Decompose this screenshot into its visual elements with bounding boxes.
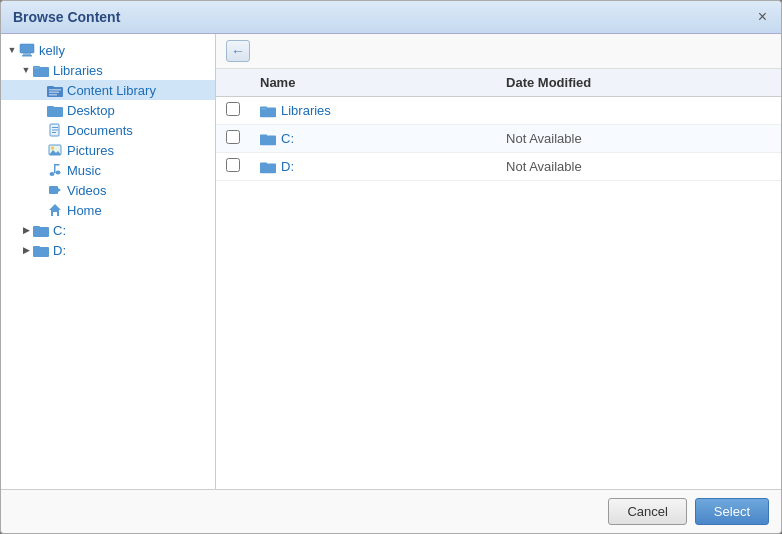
tree-item-music[interactable]: Music xyxy=(1,160,215,180)
tree-label-documents: Documents xyxy=(67,123,133,138)
tree-arrow-desktop xyxy=(33,103,47,117)
svg-rect-14 xyxy=(52,127,58,128)
tree-arrow-d xyxy=(19,243,33,257)
tree-label-c: C: xyxy=(53,223,66,238)
tree-item-libraries[interactable]: Libraries xyxy=(1,60,215,80)
svg-rect-24 xyxy=(49,186,58,194)
tree-arrow-c xyxy=(19,223,33,237)
home-icon xyxy=(47,202,63,218)
tree-item-content-library[interactable]: Content Library xyxy=(1,80,215,100)
svg-rect-16 xyxy=(52,132,56,133)
row-name-cell: D: xyxy=(250,153,496,181)
tree-arrow-videos xyxy=(33,183,47,197)
row-date-cell xyxy=(496,97,781,125)
cancel-button[interactable]: Cancel xyxy=(608,498,686,525)
col-name: Name xyxy=(250,69,496,97)
tree-label-pictures: Pictures xyxy=(67,143,114,158)
svg-rect-2 xyxy=(22,55,32,57)
row-checkbox-d[interactable] xyxy=(226,158,240,172)
col-checkbox xyxy=(216,69,250,97)
content-toolbar: ← xyxy=(216,34,781,69)
c-row-label: C: xyxy=(281,131,294,146)
row-file-name-d[interactable]: D: xyxy=(260,159,486,174)
file-table: Name Date Modified xyxy=(216,69,781,181)
tree-arrow-kelly xyxy=(5,43,19,57)
svg-rect-31 xyxy=(33,246,40,249)
tree-item-home[interactable]: Home xyxy=(1,200,215,220)
svg-rect-15 xyxy=(52,130,58,131)
row-checkbox-c[interactable] xyxy=(226,130,240,144)
libraries-row-icon xyxy=(260,104,276,118)
row-check-cell xyxy=(216,97,250,125)
tree-label-desktop: Desktop xyxy=(67,103,115,118)
row-file-name[interactable]: Libraries xyxy=(260,103,486,118)
videos-icon xyxy=(47,182,63,198)
content-library-icon xyxy=(47,82,63,98)
tree-label-content-library: Content Library xyxy=(67,83,156,98)
tree-label-libraries: Libraries xyxy=(53,63,103,78)
tree-item-kelly[interactable]: kelly xyxy=(1,40,215,60)
svg-rect-8 xyxy=(49,89,61,91)
d-row-icon xyxy=(260,160,276,174)
svg-rect-1 xyxy=(23,53,31,55)
svg-rect-38 xyxy=(260,162,267,165)
svg-rect-27 xyxy=(53,212,57,216)
svg-rect-0 xyxy=(20,44,34,53)
row-date-cell-c: Not Available xyxy=(496,125,781,153)
row-date-cell-d: Not Available xyxy=(496,153,781,181)
tree-label-music: Music xyxy=(67,163,101,178)
svg-rect-10 xyxy=(49,94,57,96)
tree-item-desktop[interactable]: Desktop xyxy=(1,100,215,120)
tree-arrow-music xyxy=(33,163,47,177)
tree-arrow-pictures xyxy=(33,143,47,157)
tree-item-d[interactable]: D: xyxy=(1,240,215,260)
col-date: Date Modified xyxy=(496,69,781,97)
svg-rect-29 xyxy=(33,226,40,229)
d-row-label: D: xyxy=(281,159,294,174)
row-check-cell xyxy=(216,125,250,153)
svg-rect-9 xyxy=(49,91,59,93)
row-file-name-c[interactable]: C: xyxy=(260,131,486,146)
svg-point-21 xyxy=(56,171,61,175)
dialog-title: Browse Content xyxy=(13,9,120,25)
tree-item-videos[interactable]: Videos xyxy=(1,180,215,200)
back-button[interactable]: ← xyxy=(226,40,250,62)
d-drive-icon xyxy=(33,242,49,258)
table-row: D: Not Available xyxy=(216,153,781,181)
tree-label-d: D: xyxy=(53,243,66,258)
tree-arrow-content-library xyxy=(33,83,47,97)
tree-item-pictures[interactable]: Pictures xyxy=(1,140,215,160)
dialog-body: kelly Libraries xyxy=(1,34,781,489)
music-icon xyxy=(47,162,63,178)
svg-rect-12 xyxy=(47,106,54,109)
svg-point-18 xyxy=(51,147,54,150)
pictures-icon xyxy=(47,142,63,158)
tree-label-videos: Videos xyxy=(67,183,107,198)
svg-marker-25 xyxy=(58,188,61,192)
desktop-folder-icon xyxy=(47,102,63,118)
tree-arrow-home xyxy=(33,203,47,217)
row-checkbox-libraries[interactable] xyxy=(226,102,240,116)
close-button[interactable]: × xyxy=(756,9,769,25)
content-panel: ← Name Date Modified xyxy=(216,34,781,489)
svg-rect-5 xyxy=(34,67,39,68)
documents-icon xyxy=(47,122,63,138)
tree-panel: kelly Libraries xyxy=(1,34,216,489)
tree-label-kelly: kelly xyxy=(39,43,65,58)
row-name-cell: C: xyxy=(250,125,496,153)
svg-rect-23 xyxy=(54,164,60,166)
computer-icon xyxy=(19,42,35,58)
tree-item-documents[interactable]: Documents xyxy=(1,120,215,140)
row-name-cell: Libraries xyxy=(250,97,496,125)
file-table-container: Name Date Modified xyxy=(216,69,781,489)
select-button[interactable]: Select xyxy=(695,498,769,525)
libraries-folder-icon xyxy=(33,62,49,78)
browse-content-dialog: Browse Content × kelly xyxy=(0,0,782,534)
tree-item-c[interactable]: C: xyxy=(1,220,215,240)
c-row-icon xyxy=(260,132,276,146)
tree-arrow-documents xyxy=(33,123,47,137)
table-row: Libraries xyxy=(216,97,781,125)
svg-point-20 xyxy=(50,172,55,176)
dialog-header: Browse Content × xyxy=(1,1,781,34)
c-drive-icon xyxy=(33,222,49,238)
